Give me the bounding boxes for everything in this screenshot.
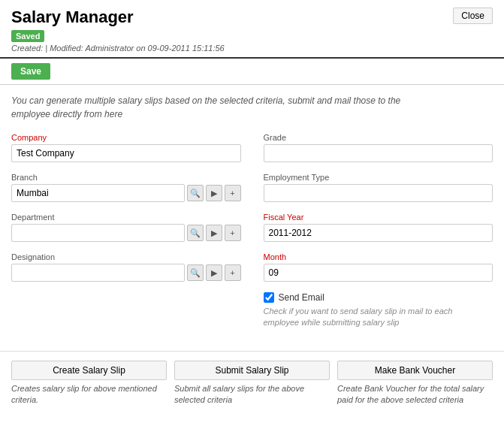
- create-slip-hint: Creates salary slip for above mentioned …: [11, 383, 167, 406]
- submit-slip-group: Submit Salary Slip Submit all salary sli…: [174, 361, 330, 406]
- branch-input[interactable]: [11, 184, 185, 202]
- branch-field-group: Branch 🔍 ▶ +: [11, 173, 241, 202]
- designation-input-group: 🔍 ▶ +: [11, 264, 241, 282]
- department-label: Department: [11, 213, 241, 222]
- company-label: Company: [11, 133, 241, 142]
- submit-salary-slip-button[interactable]: Submit Salary Slip: [174, 361, 330, 380]
- designation-search-icon[interactable]: 🔍: [187, 264, 204, 281]
- employment-type-label: Employment Type: [264, 173, 493, 182]
- month-field-group: Month 09: [264, 252, 493, 282]
- branch-add-icon[interactable]: +: [225, 185, 241, 201]
- department-search-icon[interactable]: 🔍: [187, 225, 204, 241]
- page-title: Salary Manager: [11, 8, 225, 27]
- employment-type-select[interactable]: [264, 184, 493, 202]
- save-button[interactable]: Save: [11, 63, 50, 80]
- send-email-checkbox-group: Send Email: [264, 292, 493, 303]
- send-email-hint: Check if you want to send salary slip in…: [264, 306, 466, 329]
- grade-select[interactable]: [264, 144, 493, 162]
- designation-input[interactable]: [11, 264, 185, 282]
- designation-field-group: Designation 🔍 ▶ +: [11, 252, 241, 282]
- bank-voucher-hint: Create Bank Voucher for the total salary…: [337, 383, 493, 406]
- action-area: Create Salary Slip Creates salary slip f…: [0, 351, 504, 415]
- description-text: You can generate multiple salary slips b…: [0, 85, 436, 125]
- branch-search-icon[interactable]: 🔍: [187, 185, 204, 201]
- designation-add-icon[interactable]: +: [225, 264, 241, 281]
- fiscal-year-select[interactable]: 2011-2012: [264, 224, 493, 242]
- branch-input-group: 🔍 ▶ +: [11, 184, 241, 202]
- send-email-label: Send Email: [279, 292, 324, 303]
- meta-text: Created: | Modified: Administrator on 09…: [11, 44, 225, 53]
- department-input-group: 🔍 ▶ +: [11, 224, 241, 242]
- fiscal-year-field-group: Fiscal Year 2011-2012: [264, 213, 493, 242]
- create-salary-slip-button[interactable]: Create Salary Slip: [11, 361, 167, 380]
- make-bank-voucher-button[interactable]: Make Bank Voucher: [337, 361, 493, 380]
- employment-type-select-wrapper[interactable]: [264, 184, 493, 202]
- department-play-icon[interactable]: ▶: [206, 225, 222, 241]
- grade-label: Grade: [264, 133, 493, 142]
- department-add-icon[interactable]: +: [225, 225, 241, 241]
- month-select-wrapper[interactable]: 09: [264, 264, 493, 282]
- saved-badge: Saved: [11, 30, 44, 42]
- company-select-wrapper[interactable]: Test Company: [11, 144, 241, 162]
- form-area: Company Test Company Branch 🔍 ▶ + Depart…: [0, 125, 504, 347]
- header-left: Salary Manager Saved Created: | Modified…: [11, 8, 225, 53]
- send-email-checkbox[interactable]: [264, 292, 274, 303]
- page-header: Salary Manager Saved Created: | Modified…: [0, 0, 504, 59]
- close-button[interactable]: Close: [453, 8, 493, 24]
- fiscal-year-label: Fiscal Year: [264, 213, 493, 222]
- grade-field-group: Grade: [264, 133, 493, 162]
- bank-voucher-group: Make Bank Voucher Create Bank Voucher fo…: [337, 361, 493, 406]
- send-email-field-group: Send Email Check if you want to send sal…: [264, 292, 493, 329]
- month-select[interactable]: 09: [264, 264, 493, 282]
- branch-label: Branch: [11, 173, 241, 182]
- department-field-group: Department 🔍 ▶ +: [11, 213, 241, 242]
- fiscal-year-select-wrapper[interactable]: 2011-2012: [264, 224, 493, 242]
- form-right-column: Grade Employment Type Fiscal Year 2011-2…: [264, 133, 493, 340]
- toolbar: Save: [0, 59, 504, 85]
- grade-select-wrapper[interactable]: [264, 144, 493, 162]
- company-select[interactable]: Test Company: [11, 144, 241, 162]
- company-field-group: Company Test Company: [11, 133, 241, 162]
- month-label: Month: [264, 252, 493, 261]
- branch-play-icon[interactable]: ▶: [206, 185, 222, 201]
- create-slip-group: Create Salary Slip Creates salary slip f…: [11, 361, 167, 406]
- employment-type-field-group: Employment Type: [264, 173, 493, 202]
- designation-play-icon[interactable]: ▶: [206, 264, 222, 281]
- department-input[interactable]: [11, 224, 185, 242]
- form-left-column: Company Test Company Branch 🔍 ▶ + Depart…: [11, 133, 241, 340]
- designation-label: Designation: [11, 252, 241, 261]
- submit-slip-hint: Submit all salary slips for the above se…: [174, 383, 330, 406]
